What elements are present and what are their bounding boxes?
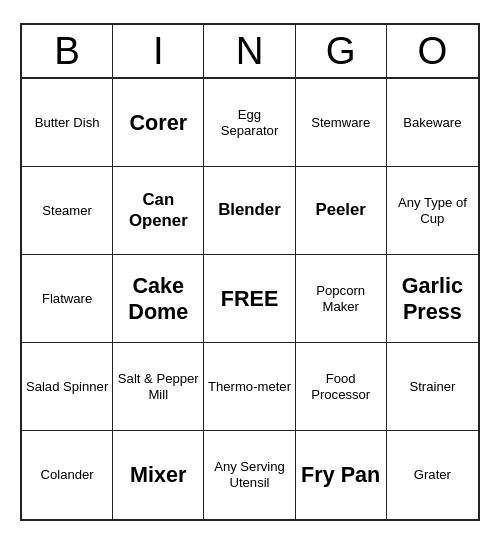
cell-label: Cake Dome	[116, 273, 200, 325]
cell-label: Food Processor	[299, 371, 383, 403]
bingo-header: BINGO	[22, 25, 478, 79]
cell-label: Butter Dish	[35, 115, 100, 131]
cell-label: Mixer	[130, 462, 186, 488]
header-letter: N	[204, 25, 295, 77]
cell-label: Stemware	[311, 115, 370, 131]
cell-label: Bakeware	[403, 115, 461, 131]
bingo-cell: Any Serving Utensil	[204, 431, 295, 519]
bingo-cell: Butter Dish	[22, 79, 113, 167]
bingo-cell: Popcorn Maker	[296, 255, 387, 343]
cell-label: FREE	[221, 286, 279, 312]
cell-label: Colander	[40, 467, 93, 483]
bingo-cell: Can Opener	[113, 167, 204, 255]
cell-label: Steamer	[42, 203, 92, 219]
cell-label: Popcorn Maker	[299, 283, 383, 315]
bingo-cell: Cake Dome	[113, 255, 204, 343]
bingo-cell: Food Processor	[296, 343, 387, 431]
cell-label: Garlic Press	[390, 273, 475, 325]
bingo-cell: Steamer	[22, 167, 113, 255]
cell-label: Salt & Pepper Mill	[116, 371, 200, 403]
bingo-cell: Strainer	[387, 343, 478, 431]
bingo-cell: Any Type of Cup	[387, 167, 478, 255]
header-letter: O	[387, 25, 478, 77]
cell-label: Any Serving Utensil	[207, 459, 291, 491]
cell-label: Grater	[414, 467, 451, 483]
header-letter: I	[113, 25, 204, 77]
header-letter: G	[296, 25, 387, 77]
cell-label: Strainer	[409, 379, 455, 395]
bingo-cell: Colander	[22, 431, 113, 519]
bingo-cell: Corer	[113, 79, 204, 167]
bingo-cell: Grater	[387, 431, 478, 519]
cell-label: Fry Pan	[301, 462, 380, 488]
cell-label: Egg Separator	[207, 107, 291, 139]
bingo-cell: Stemware	[296, 79, 387, 167]
bingo-cell: Mixer	[113, 431, 204, 519]
cell-label: Salad Spinner	[26, 379, 108, 395]
bingo-cell: Salad Spinner	[22, 343, 113, 431]
cell-label: Corer	[129, 110, 187, 136]
bingo-cell: Peeler	[296, 167, 387, 255]
bingo-cell: Fry Pan	[296, 431, 387, 519]
bingo-cell: Flatware	[22, 255, 113, 343]
bingo-cell: Bakeware	[387, 79, 478, 167]
header-letter: B	[22, 25, 113, 77]
bingo-cell: Thermo-meter	[204, 343, 295, 431]
bingo-cell: FREE	[204, 255, 295, 343]
cell-label: Thermo-meter	[208, 379, 291, 395]
cell-label: Can Opener	[116, 190, 200, 230]
cell-label: Flatware	[42, 291, 92, 307]
cell-label: Blender	[218, 200, 280, 220]
bingo-cell: Garlic Press	[387, 255, 478, 343]
bingo-card: BINGO Butter DishCorerEgg SeparatorStemw…	[20, 23, 480, 521]
cell-label: Any Type of Cup	[390, 195, 475, 227]
bingo-cell: Salt & Pepper Mill	[113, 343, 204, 431]
cell-label: Peeler	[316, 200, 366, 220]
bingo-cell: Egg Separator	[204, 79, 295, 167]
bingo-grid: Butter DishCorerEgg SeparatorStemwareBak…	[22, 79, 478, 519]
bingo-cell: Blender	[204, 167, 295, 255]
